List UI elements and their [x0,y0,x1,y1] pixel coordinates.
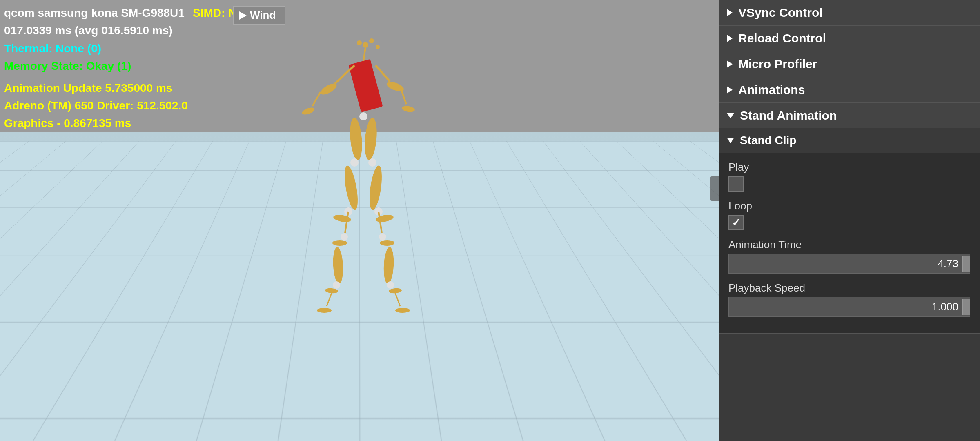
svg-point-26 [341,233,348,241]
play-toggle[interactable] [728,176,744,192]
animations-row[interactable]: Animations [719,77,980,102]
hud-adreno: Adreno (TM) 650 Driver: 512.502.0 [4,97,261,114]
svg-point-32 [383,247,395,284]
stand-animation-arrow-icon [727,113,734,118]
stand-clip-label: Stand Clip [740,134,796,147]
svg-line-37 [327,293,332,306]
svg-point-29 [332,240,347,246]
hud-thermal: Thermal: None (0) [4,40,261,57]
svg-point-0 [363,42,368,48]
svg-line-12 [401,89,406,104]
micro-profiler-row[interactable]: Micro Profiler [719,51,980,77]
stand-clip-header[interactable]: Stand Clip [719,128,980,153]
hud-device: qcom samsung kona SM-G988U1 [4,7,185,19]
playback-speed-value[interactable]: 1.000 [729,297,962,316]
svg-point-28 [379,233,386,241]
svg-point-3 [376,45,380,49]
stand-animation-content: Stand Clip Play Loop ✓ Anima [719,128,980,333]
stand-clip-arrow-icon [727,138,734,143]
animations-label: Animations [738,83,805,97]
svg-point-16 [350,158,359,167]
loop-checkmark: ✓ [732,216,741,229]
svg-line-10 [376,65,390,82]
character-skeleton [294,24,425,343]
hud-ms: 017.0339 ms (avg 016.5910 ms) [4,22,261,39]
animations-section: Animations [719,77,980,103]
loop-checkbox[interactable]: ✓ [728,215,744,230]
animation-time-label: Animation Time [728,238,970,251]
svg-point-22 [367,165,384,211]
svg-point-15 [349,117,364,160]
reload-row[interactable]: Reload Control [719,26,980,51]
svg-line-4 [363,48,365,61]
svg-line-38 [395,293,400,306]
svg-point-34 [387,281,394,289]
svg-point-17 [342,165,361,211]
wind-button[interactable]: Wind [233,6,285,25]
vsync-row[interactable]: VSync Control [719,0,980,25]
svg-point-40 [395,308,410,313]
stand-animation-section: Stand Animation Stand Clip Play Loop [719,103,980,334]
svg-point-2 [357,40,362,45]
animations-arrow-icon [727,86,733,94]
svg-point-21 [368,158,376,167]
hud-graphics: Graphics - 0.867135 ms [4,114,261,132]
play-prop: Play [719,157,980,196]
animation-time-prop: Animation Time 4.73 [719,234,980,278]
svg-point-33 [333,281,340,289]
animation-time-value[interactable]: 4.73 [729,254,962,273]
playback-speed-handle[interactable] [962,299,970,315]
playback-speed-prop: Playback Speed 1.000 [719,278,980,321]
svg-point-1 [369,38,374,43]
reload-arrow-icon [727,35,733,42]
micro-profiler-section: Micro Profiler [719,51,980,77]
wind-button-label: Wind [250,9,276,22]
svg-point-14 [359,112,368,120]
hud-memory: Memory State: Okay (1) [4,57,261,75]
vsync-section: VSync Control [719,0,980,26]
loop-label: Loop [728,200,970,212]
hud-animation-update: Animation Update 5.735000 ms [4,79,261,97]
svg-point-39 [317,308,332,313]
hud-line1: qcom samsung kona SM-G988U1 SIMD: NEON [4,4,261,22]
play-label: Play [728,161,970,174]
hud-overlay: qcom samsung kona SM-G988U1 SIMD: NEON 0… [4,4,261,132]
animation-time-handle[interactable] [962,256,970,272]
right-panel: VSync Control Reload Control Micro Profi… [719,0,980,441]
playback-speed-input-row: 1.000 [728,297,970,317]
vsync-arrow-icon [727,9,733,16]
svg-point-31 [332,247,344,284]
stand-animation-label: Stand Animation [740,109,837,122]
wind-play-icon [239,11,247,20]
svg-line-8 [312,92,321,106]
loop-prop: Loop ✓ [719,196,980,234]
stand-animation-row[interactable]: Stand Animation [719,103,980,128]
animation-time-input-row: 4.73 [728,254,970,274]
svg-point-13 [401,105,415,113]
micro-profiler-arrow-icon [727,60,733,68]
reload-label: Reload Control [738,31,826,45]
reload-section: Reload Control [719,26,980,51]
vsync-label: VSync Control [738,6,823,20]
micro-profiler-label: Micro Profiler [738,57,817,71]
svg-point-20 [363,117,379,160]
playback-speed-label: Playback Speed [728,282,970,294]
scroll-hint [710,176,719,201]
svg-point-30 [380,240,394,246]
svg-point-9 [301,106,316,116]
viewport: qcom samsung kona SM-G988U1 SIMD: NEON 0… [0,0,719,441]
